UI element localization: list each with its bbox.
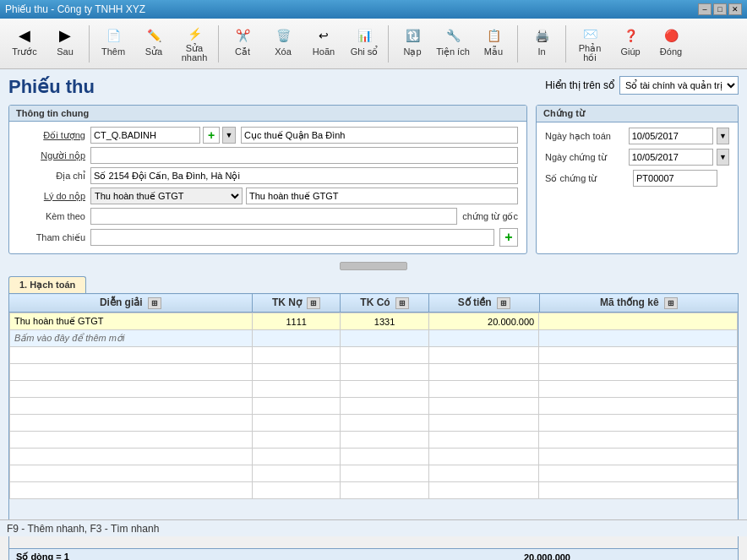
table-row (10, 381, 738, 398)
cut-button[interactable]: ✂️ Cắt (223, 22, 262, 66)
feedback-icon: ✉️ (580, 25, 600, 42)
horizontal-scroll-area (8, 261, 739, 273)
row-count: Số dòng = 1 (16, 552, 69, 560)
ly-do-desc-input[interactable] (246, 188, 518, 204)
quick-edit-icon: ⚡ (184, 25, 204, 42)
nguoi-nop-input[interactable] (90, 147, 518, 164)
forward-button[interactable]: ▶ Sau (46, 22, 85, 66)
back-label: Trước (12, 47, 36, 57)
so-chung-tu-row: Số chứng từ (545, 170, 729, 187)
cell-add-label[interactable]: Bấm vào đây để thêm mới (10, 330, 253, 347)
doi-tuong-dropdown-button[interactable]: ▼ (222, 127, 236, 144)
table-row (10, 364, 738, 381)
table-row (10, 482, 738, 499)
doi-tuong-add-button[interactable]: + (203, 127, 220, 144)
kem-theo-label: Kèm theo (18, 211, 85, 221)
page-header: Phiếu thu Hiển thị trên sổ Sổ tài chính … (8, 76, 739, 98)
header-ma-thong-ke: Mã thống kê ⊞ (539, 294, 738, 313)
reload-icon: 🔃 (402, 25, 423, 46)
dia-chi-label: Địa chỉ (18, 171, 85, 182)
general-info-section: Thông tin chung Đối tượng + ▼ Người nộp (8, 105, 527, 254)
add-button[interactable]: 📄 Thêm (94, 22, 133, 66)
sample-button[interactable]: 📋 Mẫu (474, 22, 513, 66)
cancel-label: Hoãn (313, 47, 335, 57)
sample-icon: 📋 (483, 25, 504, 46)
help-icon: ❓ (620, 25, 641, 46)
ngay-hach-toan-label: Ngày hạch toán (545, 131, 625, 142)
tham-chieu-label: Tham chiếu (18, 232, 85, 243)
cell-tk-co-1[interactable]: 1331 (341, 313, 428, 330)
back-icon: ◀ (14, 25, 35, 46)
ngay-hach-toan-input[interactable] (629, 128, 713, 144)
add-label: Thêm (101, 47, 125, 57)
print-label: In (537, 47, 545, 57)
tk-co-add-col[interactable]: ⊞ (395, 297, 409, 309)
tham-chieu-input[interactable] (90, 229, 494, 246)
ngay-chung-tu-dropdown[interactable]: ▼ (717, 149, 729, 166)
total-amount: 20.000.000 (486, 552, 570, 561)
post-button[interactable]: 📊 Ghi sổ (345, 22, 384, 66)
delete-button[interactable]: 🗑️ Xóa (264, 22, 303, 66)
back-button[interactable]: ◀ Trước (5, 22, 44, 66)
table-row (10, 398, 738, 415)
so-chung-tu-label: Số chứng từ (545, 173, 630, 184)
minimize-button[interactable]: – (698, 3, 712, 15)
doi-tuong-input[interactable] (90, 127, 200, 144)
dien-giai-add-col[interactable]: ⊞ (148, 297, 161, 309)
dia-chi-input[interactable] (90, 167, 518, 184)
ngay-chung-tu-input[interactable] (629, 149, 713, 166)
print-button[interactable]: 🖨️ In (522, 22, 561, 66)
doi-tuong-row: Đối tượng + ▼ (18, 127, 518, 144)
toolbar: ◀ Trước ▶ Sau 📄 Thêm ✏️ Sửa ⚡ Sửa nhanh … (0, 19, 747, 69)
ngay-chung-tu-label: Ngày chứng từ (545, 152, 625, 163)
utility-icon: 🔧 (443, 25, 463, 46)
table-row[interactable]: Thu hoàn thuế GTGT 1111 1331 20.000.000 (10, 313, 738, 330)
cell-tk-no-1[interactable]: 1111 (253, 313, 341, 330)
hach-toan-tab[interactable]: 1. Hạch toán (8, 276, 86, 293)
display-label: Hiển thị trên sổ (545, 79, 614, 91)
tham-chieu-row: Tham chiếu + (18, 228, 518, 247)
horizontal-scrollbar[interactable] (340, 262, 407, 270)
quick-edit-button[interactable]: ⚡ Sửa nhanh (175, 22, 214, 66)
display-select[interactable]: Sổ tài chính và quản trị (619, 76, 739, 95)
kem-theo-input[interactable] (90, 208, 457, 225)
edit-label: Sửa (145, 47, 162, 57)
so-chung-tu-input[interactable] (633, 170, 717, 187)
post-label: Ghi sổ (351, 47, 379, 57)
form-sections: Thông tin chung Đối tượng + ▼ Người nộp (8, 105, 739, 254)
header-tk-no: TK Nợ ⊞ (252, 294, 341, 313)
tham-chieu-add-button[interactable]: + (499, 228, 518, 247)
feedback-button[interactable]: ✉️ Phản hồi (570, 22, 609, 66)
utility-button[interactable]: 🔧 Tiện ích (433, 22, 472, 66)
cell-dien-giai-1[interactable]: Thu hoàn thuế GTGT (10, 313, 253, 330)
separator-1 (89, 25, 90, 63)
maximize-button[interactable]: □ (713, 3, 727, 15)
cut-icon: ✂️ (232, 25, 253, 46)
close-button[interactable]: 🔴 Đóng (652, 22, 690, 66)
general-info-title: Thông tin chung (9, 106, 526, 122)
delete-icon: 🗑️ (273, 25, 293, 46)
cancel-button[interactable]: ↩ Hoãn (304, 22, 343, 66)
forward-icon: ▶ (55, 25, 75, 46)
ma-thong-ke-add-col[interactable]: ⊞ (664, 297, 678, 309)
reload-label: Nạp (403, 47, 421, 57)
help-button[interactable]: ❓ Giúp (611, 22, 650, 66)
ngay-hach-toan-dropdown[interactable]: ▼ (717, 128, 729, 144)
cell-so-tien-1[interactable]: 20.000.000 (428, 313, 538, 330)
separator-2 (218, 25, 219, 63)
ly-do-group: Thu hoàn thuế GTGT (90, 188, 518, 204)
ly-do-select[interactable]: Thu hoàn thuế GTGT (90, 188, 243, 204)
cell-add-tk-no (253, 330, 341, 347)
reload-button[interactable]: 🔃 Nạp (393, 22, 432, 66)
table-add-row[interactable]: Bấm vào đây để thêm mới (10, 330, 738, 347)
window-controls: – □ ✕ (698, 3, 742, 15)
hint-bar: F9 - Thêm nhanh, F3 - Tìm nhanh (0, 519, 747, 536)
so-tien-add-col[interactable]: ⊞ (497, 297, 510, 309)
close-window-button[interactable]: ✕ (728, 3, 742, 15)
title-bar: Phiếu thu - Công ty TNHH XYZ – □ ✕ (0, 0, 747, 19)
doi-tuong-name-input[interactable] (241, 127, 518, 144)
cell-ma-1[interactable] (539, 313, 738, 330)
tk-no-add-col[interactable]: ⊞ (307, 297, 320, 309)
edit-button[interactable]: ✏️ Sửa (134, 22, 173, 66)
separator-3 (388, 25, 389, 63)
